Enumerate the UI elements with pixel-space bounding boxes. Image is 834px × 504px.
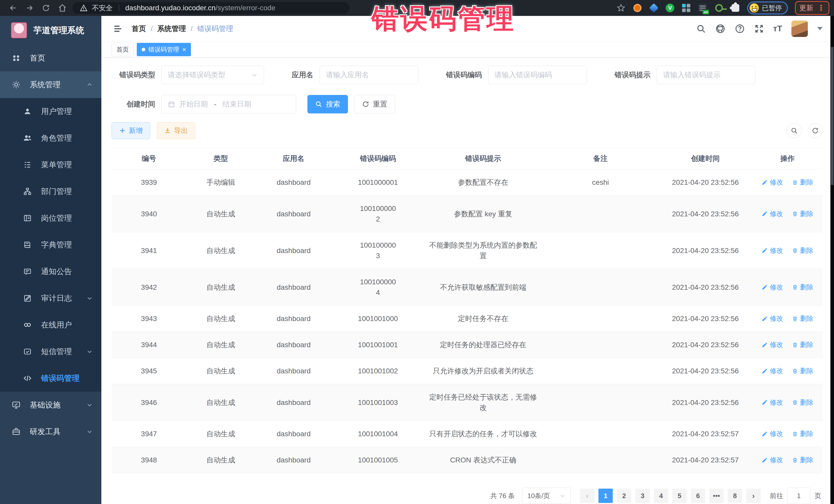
sidebar-item-menus[interactable]: 菜单管理: [0, 151, 101, 178]
sidebar-item-roles[interactable]: 角色管理: [0, 125, 101, 151]
delete-button[interactable]: 删除: [792, 339, 813, 350]
delete-button[interactable]: 删除: [792, 455, 813, 465]
font-size-icon[interactable]: ᴛT: [773, 24, 782, 34]
goto-page-input[interactable]: [787, 487, 810, 504]
toggle-search-icon[interactable]: [787, 123, 802, 138]
delete-button[interactable]: 删除: [792, 245, 813, 256]
key-extension-icon[interactable]: [715, 3, 724, 13]
edit-button[interactable]: 修改: [762, 313, 783, 324]
dark-on-extension-icon[interactable]: on: [698, 3, 707, 13]
edit-button[interactable]: 修改: [762, 282, 783, 292]
green-v-extension-icon[interactable]: V: [666, 4, 674, 12]
add-button[interactable]: 新增: [112, 122, 150, 139]
breadcrumb-home[interactable]: 首页: [132, 24, 146, 34]
scrollbar-thumb[interactable]: [831, 47, 833, 185]
edit-button[interactable]: 修改: [762, 366, 783, 376]
reload-button[interactable]: [41, 3, 51, 13]
delete-button[interactable]: 删除: [792, 282, 813, 292]
sidebar-item-online-users[interactable]: 在线用户: [0, 311, 101, 338]
delete-button[interactable]: 删除: [792, 177, 813, 188]
puzzle-extensions-icon[interactable]: [731, 3, 740, 13]
breadcrumb-system[interactable]: 系统管理: [157, 24, 186, 34]
back-button[interactable]: [8, 3, 18, 13]
fullscreen-icon[interactable]: [754, 24, 764, 34]
delete-button[interactable]: 删除: [792, 313, 813, 324]
close-tab-icon[interactable]: ×: [182, 46, 186, 53]
cell-memo: [543, 206, 658, 221]
edit-button[interactable]: 修改: [762, 209, 783, 219]
page-button[interactable]: •••: [709, 489, 724, 503]
edit-button[interactable]: 修改: [762, 245, 783, 256]
header-search-icon[interactable]: [696, 24, 706, 34]
error-type-select[interactable]: [161, 66, 264, 84]
sidebar-item-sms[interactable]: 短信管理: [0, 338, 101, 365]
browser-menu-icon[interactable]: ⋮: [817, 6, 825, 10]
edit-button[interactable]: 修改: [762, 339, 783, 350]
date-range-picker[interactable]: 开始日期 - 结束日期: [161, 95, 296, 113]
next-page-button[interactable]: ›: [746, 489, 761, 503]
sidebar-item-departments[interactable]: 部门管理: [0, 178, 101, 205]
edit-button[interactable]: 修改: [762, 429, 783, 439]
forward-button[interactable]: [25, 3, 35, 13]
github-icon[interactable]: [715, 24, 725, 34]
page-button[interactable]: 5: [672, 489, 687, 503]
profile-paused-pill[interactable]: 已暂停: [747, 2, 788, 14]
sidebar-item-dict[interactable]: 字典管理: [0, 232, 101, 258]
sidebar-item-system[interactable]: 系统管理: [0, 71, 101, 98]
delete-button[interactable]: 删除: [792, 429, 813, 439]
cell-code: 100100000 4: [332, 269, 424, 305]
refresh-table-icon[interactable]: [808, 123, 823, 138]
address-bar[interactable]: 不安全 dashboard.yudao.iocoder.cn/system/er…: [72, 2, 350, 14]
page-button[interactable]: 6: [691, 489, 705, 503]
sidebar-item-home[interactable]: 首页: [0, 45, 101, 71]
reset-button[interactable]: 重置: [354, 95, 395, 113]
page-button[interactable]: 2: [617, 489, 631, 503]
bookmark-star-icon[interactable]: [616, 3, 626, 13]
cell-type: 自动生成: [186, 201, 255, 227]
monitor-check-icon: [11, 400, 21, 409]
page-scrollbar[interactable]: [830, 16, 834, 504]
delete-button[interactable]: 删除: [792, 366, 813, 376]
app-name-input[interactable]: [320, 66, 418, 84]
avatar-caret-icon[interactable]: [817, 27, 823, 30]
error-hint-input[interactable]: [657, 66, 755, 84]
help-icon[interactable]: [735, 24, 745, 34]
sidebar-item-error-code[interactable]: 错误码管理: [0, 365, 101, 392]
sidebar-item-infrastructure[interactable]: 基础设施: [0, 392, 101, 418]
browser-update-button[interactable]: 更新 ⋮: [795, 1, 829, 15]
sidebar-item-dev-tools[interactable]: 研发工具: [0, 418, 101, 445]
prev-page-button[interactable]: ‹: [580, 489, 594, 503]
edit-button[interactable]: 修改: [762, 455, 783, 465]
orange-extension-icon[interactable]: [633, 3, 642, 13]
sidebar-toggle[interactable]: [113, 24, 123, 34]
home-button[interactable]: [58, 3, 67, 13]
page-button[interactable]: 3: [635, 489, 650, 503]
blue-pin-extension-icon[interactable]: [649, 3, 658, 13]
tab-error-code[interactable]: 错误码管理 ×: [137, 43, 191, 56]
user-avatar[interactable]: [791, 21, 808, 37]
export-button[interactable]: 导出: [157, 122, 195, 139]
grid-extension-icon[interactable]: [682, 3, 691, 13]
table-row: 3939 手动编辑 dashboard 1001000001 参数配置不存在 c…: [112, 169, 823, 196]
cell-id: 3943: [112, 306, 186, 332]
delete-button[interactable]: 删除: [792, 209, 813, 219]
sidebar-item-users[interactable]: 用户管理: [0, 98, 101, 125]
table-row: 3944 自动生成 dashboard 1001001001 定时任务的处理器已…: [112, 332, 823, 358]
page-button[interactable]: 1: [598, 489, 613, 503]
edit-button[interactable]: 修改: [762, 397, 783, 408]
sidebar-item-notice[interactable]: 通知公告: [0, 258, 101, 285]
error-code-input[interactable]: [488, 66, 587, 84]
page-button[interactable]: 4: [654, 489, 668, 503]
sidebar-item-posts[interactable]: 岗位管理: [0, 205, 101, 232]
page-size-select[interactable]: 10条/页: [522, 487, 571, 504]
edit-button[interactable]: 修改: [762, 177, 783, 188]
search-button[interactable]: 搜索: [307, 95, 348, 113]
active-dot: [142, 48, 145, 51]
app-logo[interactable]: 芋道管理系统: [0, 16, 101, 45]
delete-button[interactable]: 删除: [792, 397, 813, 408]
cell-type: 自动生成: [186, 274, 255, 300]
page-button[interactable]: 8: [728, 489, 742, 503]
table-row: 3947 自动生成 dashboard 1001001004 只有开启状态的任务…: [112, 421, 823, 447]
tab-home[interactable]: 首页: [112, 43, 134, 56]
sidebar-item-audit-log[interactable]: 审计日志: [0, 285, 101, 311]
